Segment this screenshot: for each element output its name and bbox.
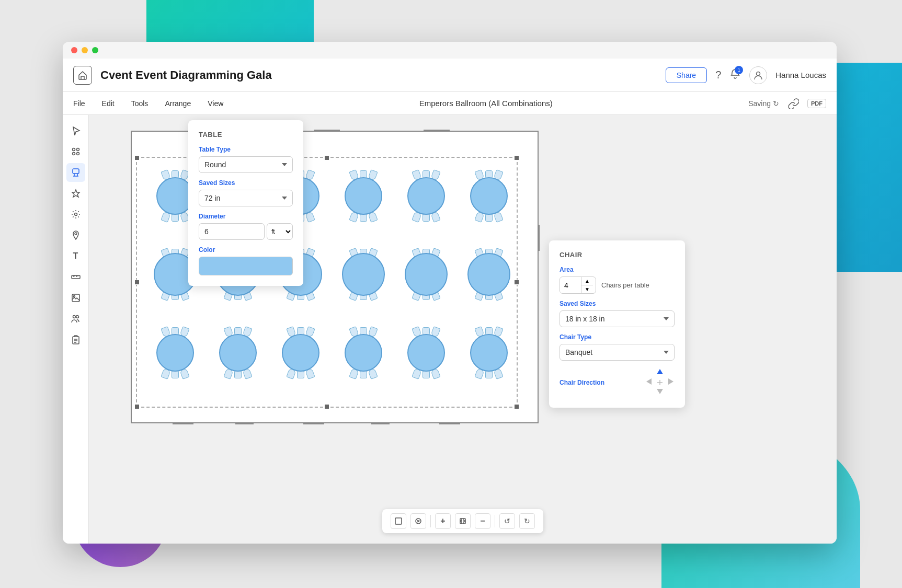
redo-button[interactable]: ↻ [519,513,535,529]
menubar: File Edit Tools Arrange View Emperors Ba… [63,92,837,115]
table-unit[interactable] [335,240,392,308]
app-title: Cvent Event Diagramming Gala [100,68,657,82]
round-table[interactable] [405,253,448,296]
tool-settings[interactable] [66,205,85,224]
notification-icon[interactable]: 1 [729,68,741,82]
table-unit[interactable] [272,319,329,387]
tool-chair[interactable] [66,163,85,182]
table-panel-title: TABLE [199,131,293,139]
tool-group[interactable] [66,142,85,161]
round-table[interactable] [470,334,508,372]
chair-type-select[interactable]: Banquet Chiavari Folding [560,344,675,361]
table-type-select[interactable]: Round Rectangle Square [199,156,293,173]
table-unit[interactable] [397,162,455,230]
select-tool-button[interactable] [391,513,406,529]
table-type-label: Table Type [199,146,293,153]
saved-sizes-label: Saved Sizes [199,179,293,187]
diameter-input-group: ft in [199,223,293,240]
svg-point-13 [76,316,78,318]
round-table[interactable] [467,253,510,296]
arrow-right-icon[interactable] [666,377,675,388]
link-icon[interactable] [787,98,799,109]
notification-badge: 1 [735,66,743,74]
tool-pin[interactable] [66,226,85,245]
table-unit[interactable] [335,162,392,230]
close-button[interactable] [71,47,77,53]
canvas-area[interactable]: TABLE Table Type Round Rectangle Square … [89,115,837,544]
table-unit[interactable] [335,319,392,387]
home-button[interactable] [73,66,92,85]
saved-sizes-select[interactable]: 72 in 60 in 84 in [199,190,293,206]
tool-people[interactable] [66,309,85,328]
area-input[interactable] [560,278,581,293]
chairs-per-table-label: Chairs per table [601,281,649,289]
tool-clipboard[interactable] [66,330,85,349]
share-button[interactable]: Share [666,67,707,83]
table-unit[interactable] [146,319,204,387]
tool-star[interactable] [66,184,85,203]
stepper-down[interactable]: ▼ [581,285,593,293]
diameter-label: Diameter [199,213,293,220]
arrow-left-icon[interactable] [645,377,654,388]
svg-point-12 [73,316,75,318]
svg-point-3 [72,153,75,155]
saving-spinner: ↻ [773,99,779,108]
header-icons: ? 1 Hanna Loucas [715,66,826,84]
round-table[interactable] [407,334,445,372]
main-window: Cvent Event Diagramming Gala Share ? 1 H… [63,42,837,544]
area-label: Area [560,266,675,273]
chair-saved-sizes-select[interactable]: 18 in x 18 in 20 in x 20 in [560,310,675,327]
table-unit[interactable] [397,240,455,308]
pan-tool-button[interactable] [410,513,426,529]
menu-tools[interactable]: Tools [131,99,149,108]
zoom-out-button[interactable]: − [475,513,490,529]
diameter-unit-select[interactable]: ft in [267,223,293,240]
svg-point-4 [76,153,79,155]
round-table[interactable] [156,334,194,372]
diameter-input[interactable] [199,223,265,240]
round-table[interactable] [407,177,445,215]
tool-select[interactable] [66,121,85,140]
stepper-up[interactable]: ▲ [581,277,593,285]
round-table[interactable] [219,334,257,372]
table-unit[interactable] [397,319,455,387]
svg-point-7 [74,213,77,216]
table-unit[interactable] [460,319,518,387]
toolbar-divider-1 [430,515,431,527]
round-table[interactable] [342,253,385,296]
area-stepper[interactable]: ▲ ▼ [560,276,596,294]
svg-point-0 [757,72,760,75]
round-table[interactable] [282,334,319,372]
help-icon[interactable]: ? [715,69,721,81]
tool-image[interactable] [66,289,85,307]
arrow-up-icon[interactable] [656,368,664,378]
table-unit[interactable] [460,162,518,230]
table-unit[interactable] [209,319,267,387]
round-table[interactable] [345,177,382,215]
maximize-button[interactable] [92,47,98,53]
round-table[interactable] [470,177,508,215]
table-unit[interactable] [460,240,518,308]
chair-saved-sizes-label: Saved Sizes [560,300,675,307]
minimize-button[interactable] [82,47,88,53]
menu-edit[interactable]: Edit [102,99,115,108]
svg-marker-17 [646,378,652,385]
titlebar [63,42,837,59]
toolbar-divider-2 [495,515,495,527]
tool-text[interactable]: T [66,247,85,266]
chair-type-label: Chair Type [560,333,675,341]
color-picker[interactable] [199,257,293,275]
direction-control[interactable] [645,368,675,397]
menu-file[interactable]: File [73,99,85,108]
zoom-in-button[interactable]: + [435,513,451,529]
tool-ruler[interactable] [66,268,85,286]
chair-panel-title: CHAIR [560,251,675,259]
round-table[interactable] [345,334,382,372]
menu-arrange[interactable]: Arrange [165,99,191,108]
menu-view[interactable]: View [208,99,223,108]
pdf-button[interactable]: PDF [807,99,826,108]
arrow-down-icon[interactable] [656,387,664,397]
undo-button[interactable]: ↺ [499,513,515,529]
username: Hanna Loucas [775,71,826,79]
fit-screen-button[interactable] [455,513,471,529]
